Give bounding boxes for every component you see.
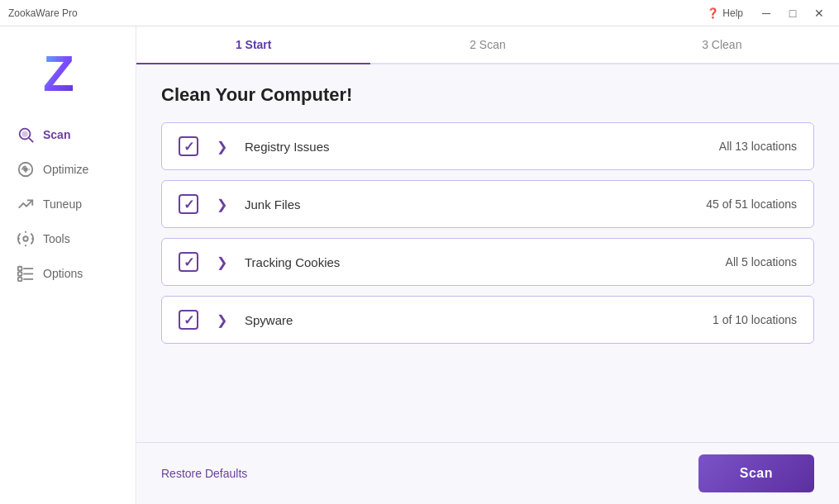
svg-rect-7: [18, 267, 22, 271]
junk-item-locations: 45 of 51 locations: [706, 197, 797, 211]
tab-scan[interactable]: 2 Scan: [370, 26, 604, 63]
checkbox-registry[interactable]: [179, 136, 198, 156]
sidebar-item-scan[interactable]: Scan: [0, 117, 136, 152]
title-bar-right: ❓ Help ─ □ ✕: [707, 4, 831, 22]
sidebar-item-optimize[interactable]: Optimize: [0, 152, 136, 187]
spyware-item-locations: 1 of 10 locations: [713, 313, 797, 326]
scan-button[interactable]: Scan: [698, 454, 814, 492]
scan-item-junk: ❯ Junk Files 45 of 51 locations: [161, 180, 814, 228]
scan-items-list: ❯ Registry Issues All 13 locations ❯ Jun…: [161, 122, 814, 426]
help-label: Help: [722, 7, 743, 19]
expand-junk-button[interactable]: ❯: [212, 194, 231, 214]
svg-point-6: [23, 236, 28, 241]
sidebar-tools-label: Tools: [43, 232, 70, 245]
scan-item-spyware: ❯ Spyware 1 of 10 locations: [161, 296, 814, 344]
app-title: ZookaWare Pro: [8, 7, 78, 19]
expand-cookies-button[interactable]: ❯: [212, 252, 231, 272]
help-icon: ❓: [707, 7, 719, 19]
scan-icon: [17, 126, 35, 144]
app-body: Z Scan Optimize: [0, 26, 839, 504]
svg-point-3: [22, 131, 26, 136]
footer: Restore Defaults Scan: [136, 442, 839, 504]
scan-item-registry: ❯ Registry Issues All 13 locations: [161, 122, 814, 170]
junk-item-name: Junk Files: [245, 197, 693, 212]
logo-container: Z: [31, 35, 105, 109]
content-area: 1 Start 2 Scan 3 Clean Clean Your Comput…: [136, 26, 839, 504]
page-title: Clean Your Computer!: [161, 84, 814, 106]
sidebar-item-tools[interactable]: Tools: [0, 221, 136, 256]
expand-spyware-button[interactable]: ❯: [212, 310, 231, 330]
svg-rect-9: [18, 278, 22, 282]
expand-registry-button[interactable]: ❯: [212, 136, 231, 156]
sidebar-item-tuneup[interactable]: Tuneup: [0, 187, 136, 221]
tuneup-icon: [17, 195, 35, 213]
tab-clean[interactable]: 3 Clean: [605, 26, 839, 63]
sidebar-scan-label: Scan: [43, 128, 70, 141]
checkbox-cookies[interactable]: [179, 252, 198, 272]
sidebar: Z Scan Optimize: [0, 26, 136, 504]
svg-rect-8: [18, 272, 22, 276]
svg-text:Z: Z: [43, 45, 74, 101]
cookies-item-name: Tracking Cookies: [245, 255, 713, 269]
main-content: Clean Your Computer! ❯ Registry Issues A…: [136, 64, 839, 442]
svg-point-5: [24, 168, 27, 171]
title-bar: ZookaWare Pro ❓ Help ─ □ ✕: [0, 0, 839, 26]
tab-start[interactable]: 1 Start: [136, 26, 370, 63]
registry-item-name: Registry Issues: [245, 140, 706, 154]
title-bar-left: ZookaWare Pro: [8, 7, 78, 19]
cookies-item-locations: All 5 locations: [726, 255, 797, 269]
registry-item-locations: All 13 locations: [719, 140, 797, 153]
close-button[interactable]: ✕: [808, 4, 831, 22]
svg-line-2: [29, 138, 33, 142]
tools-icon: [17, 230, 35, 248]
scan-item-cookies: ❯ Tracking Cookies All 5 locations: [161, 238, 814, 286]
sidebar-options-label: Options: [43, 267, 83, 280]
checkbox-junk[interactable]: [179, 194, 198, 214]
checkbox-spyware[interactable]: [179, 310, 198, 330]
sidebar-tuneup-label: Tuneup: [43, 197, 82, 211]
maximize-button[interactable]: □: [781, 4, 804, 22]
sidebar-item-options[interactable]: Options: [0, 256, 136, 291]
sidebar-optimize-label: Optimize: [43, 163, 88, 176]
options-icon: [17, 264, 35, 283]
logo-icon: Z: [39, 43, 97, 101]
restore-defaults-button[interactable]: Restore Defaults: [161, 467, 247, 480]
optimize-icon: [17, 160, 35, 178]
minimize-button[interactable]: ─: [755, 4, 778, 22]
spyware-item-name: Spyware: [245, 313, 699, 327]
tabs-bar: 1 Start 2 Scan 3 Clean: [136, 26, 839, 64]
help-button[interactable]: ❓ Help: [707, 7, 743, 19]
